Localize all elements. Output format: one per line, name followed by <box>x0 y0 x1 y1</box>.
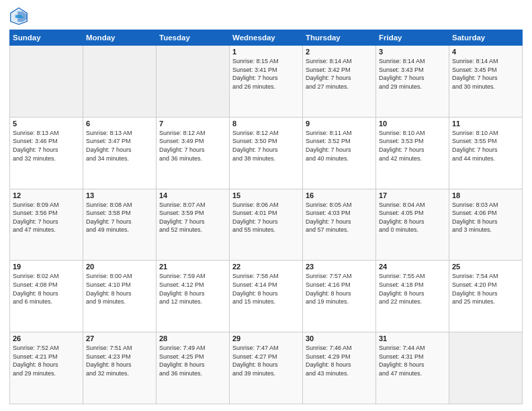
calendar-cell: 7Sunrise: 8:12 AM Sunset: 3:49 PM Daylig… <box>157 117 230 189</box>
day-number: 28 <box>159 334 226 342</box>
day-info: Sunrise: 7:52 AM Sunset: 4:21 PM Dayligh… <box>13 344 80 377</box>
day-info: Sunrise: 7:59 AM Sunset: 4:12 PM Dayligh… <box>159 272 226 306</box>
day-info: Sunrise: 8:13 AM Sunset: 3:47 PM Dayligh… <box>86 129 153 163</box>
day-number: 24 <box>379 263 446 271</box>
day-number: 5 <box>13 120 80 128</box>
day-info: Sunrise: 7:49 AM Sunset: 4:25 PM Dayligh… <box>159 344 226 377</box>
page: SundayMondayTuesdayWednesdayThursdayFrid… <box>0 0 532 411</box>
calendar-cell: 14Sunrise: 8:07 AM Sunset: 3:59 PM Dayli… <box>157 189 230 261</box>
day-info: Sunrise: 7:44 AM Sunset: 4:31 PM Dayligh… <box>379 344 446 377</box>
day-info: Sunrise: 7:57 AM Sunset: 4:16 PM Dayligh… <box>306 272 373 306</box>
day-number: 21 <box>159 263 226 271</box>
calendar-cell: 9Sunrise: 8:11 AM Sunset: 3:52 PM Daylig… <box>303 117 376 189</box>
day-info: Sunrise: 8:13 AM Sunset: 3:46 PM Dayligh… <box>13 129 80 163</box>
day-number: 6 <box>86 120 153 128</box>
day-number: 26 <box>13 334 80 342</box>
day-number: 19 <box>13 263 80 271</box>
calendar-cell: 5Sunrise: 8:13 AM Sunset: 3:46 PM Daylig… <box>10 117 83 189</box>
logo <box>9 7 31 26</box>
day-number: 29 <box>232 334 300 342</box>
day-number: 17 <box>379 191 446 199</box>
day-info: Sunrise: 7:54 AM Sunset: 4:20 PM Dayligh… <box>452 272 519 306</box>
day-info: Sunrise: 8:06 AM Sunset: 4:01 PM Dayligh… <box>232 201 300 234</box>
day-number: 4 <box>452 48 519 56</box>
calendar-week-row: 26Sunrise: 7:52 AM Sunset: 4:21 PM Dayli… <box>10 332 523 404</box>
day-number: 18 <box>452 191 519 199</box>
day-info: Sunrise: 8:00 AM Sunset: 4:10 PM Dayligh… <box>86 272 153 306</box>
calendar-cell: 4Sunrise: 8:14 AM Sunset: 3:45 PM Daylig… <box>449 46 523 118</box>
weekday-header-monday: Monday <box>83 30 157 46</box>
calendar-cell: 22Sunrise: 7:58 AM Sunset: 4:14 PM Dayli… <box>230 261 303 332</box>
day-number: 22 <box>232 263 300 271</box>
weekday-header-wednesday: Wednesday <box>230 30 303 46</box>
calendar-cell: 21Sunrise: 7:59 AM Sunset: 4:12 PM Dayli… <box>157 261 230 332</box>
day-info: Sunrise: 8:04 AM Sunset: 4:05 PM Dayligh… <box>379 201 446 234</box>
day-info: Sunrise: 7:58 AM Sunset: 4:14 PM Dayligh… <box>232 272 300 306</box>
day-info: Sunrise: 8:14 AM Sunset: 3:42 PM Dayligh… <box>306 57 373 91</box>
calendar-cell: 11Sunrise: 8:10 AM Sunset: 3:55 PM Dayli… <box>449 117 523 189</box>
day-info: Sunrise: 8:02 AM Sunset: 4:08 PM Dayligh… <box>13 272 80 306</box>
calendar-cell: 19Sunrise: 8:02 AM Sunset: 4:08 PM Dayli… <box>10 261 83 332</box>
calendar-cell: 31Sunrise: 7:44 AM Sunset: 4:31 PM Dayli… <box>376 332 449 404</box>
day-number: 31 <box>379 334 446 342</box>
day-number: 7 <box>159 120 226 128</box>
day-info: Sunrise: 8:10 AM Sunset: 3:53 PM Dayligh… <box>379 129 446 163</box>
calendar-cell: 23Sunrise: 7:57 AM Sunset: 4:16 PM Dayli… <box>303 261 376 332</box>
calendar-cell: 10Sunrise: 8:10 AM Sunset: 3:53 PM Dayli… <box>376 117 449 189</box>
calendar-cell: 18Sunrise: 8:03 AM Sunset: 4:06 PM Dayli… <box>449 189 523 261</box>
day-number: 1 <box>232 48 300 56</box>
calendar-cell <box>10 46 83 118</box>
weekday-header-tuesday: Tuesday <box>157 30 230 46</box>
calendar-cell: 13Sunrise: 8:08 AM Sunset: 3:58 PM Dayli… <box>83 189 157 261</box>
weekday-header-saturday: Saturday <box>449 30 523 46</box>
day-number: 9 <box>306 120 373 128</box>
day-info: Sunrise: 8:03 AM Sunset: 4:06 PM Dayligh… <box>452 201 519 234</box>
day-info: Sunrise: 8:12 AM Sunset: 3:50 PM Dayligh… <box>232 129 300 163</box>
calendar-week-row: 1Sunrise: 8:15 AM Sunset: 3:41 PM Daylig… <box>10 46 523 118</box>
day-number: 23 <box>306 263 373 271</box>
calendar-cell: 24Sunrise: 7:55 AM Sunset: 4:18 PM Dayli… <box>376 261 449 332</box>
calendar-cell <box>157 46 230 118</box>
calendar-week-row: 12Sunrise: 8:09 AM Sunset: 3:56 PM Dayli… <box>10 189 523 261</box>
day-info: Sunrise: 8:10 AM Sunset: 3:55 PM Dayligh… <box>452 129 519 163</box>
day-info: Sunrise: 7:51 AM Sunset: 4:23 PM Dayligh… <box>86 344 153 377</box>
day-info: Sunrise: 8:12 AM Sunset: 3:49 PM Dayligh… <box>159 129 226 163</box>
day-number: 10 <box>379 120 446 128</box>
header <box>9 7 523 26</box>
calendar-cell: 16Sunrise: 8:05 AM Sunset: 4:03 PM Dayli… <box>303 189 376 261</box>
day-info: Sunrise: 7:46 AM Sunset: 4:29 PM Dayligh… <box>306 344 373 377</box>
calendar-cell: 27Sunrise: 7:51 AM Sunset: 4:23 PM Dayli… <box>83 332 157 404</box>
day-number: 15 <box>232 191 300 199</box>
calendar-week-row: 5Sunrise: 8:13 AM Sunset: 3:46 PM Daylig… <box>10 117 523 189</box>
calendar-cell: 8Sunrise: 8:12 AM Sunset: 3:50 PM Daylig… <box>230 117 303 189</box>
day-info: Sunrise: 7:47 AM Sunset: 4:27 PM Dayligh… <box>232 344 300 377</box>
calendar-week-row: 19Sunrise: 8:02 AM Sunset: 4:08 PM Dayli… <box>10 261 523 332</box>
day-number: 12 <box>13 191 80 199</box>
calendar-cell: 25Sunrise: 7:54 AM Sunset: 4:20 PM Dayli… <box>449 261 523 332</box>
day-info: Sunrise: 8:08 AM Sunset: 3:58 PM Dayligh… <box>86 201 153 234</box>
calendar-cell <box>83 46 157 118</box>
calendar-cell: 3Sunrise: 8:14 AM Sunset: 3:43 PM Daylig… <box>376 46 449 118</box>
weekday-header-sunday: Sunday <box>10 30 83 46</box>
calendar-cell: 26Sunrise: 7:52 AM Sunset: 4:21 PM Dayli… <box>10 332 83 404</box>
calendar-cell <box>449 332 523 404</box>
day-info: Sunrise: 7:55 AM Sunset: 4:18 PM Dayligh… <box>379 272 446 306</box>
day-number: 27 <box>86 334 153 342</box>
day-info: Sunrise: 8:07 AM Sunset: 3:59 PM Dayligh… <box>159 201 226 234</box>
day-info: Sunrise: 8:14 AM Sunset: 3:45 PM Dayligh… <box>452 57 519 91</box>
weekday-header-friday: Friday <box>376 30 449 46</box>
day-info: Sunrise: 8:05 AM Sunset: 4:03 PM Dayligh… <box>306 201 373 234</box>
day-number: 16 <box>306 191 373 199</box>
logo-icon <box>9 7 28 26</box>
calendar-cell: 6Sunrise: 8:13 AM Sunset: 3:47 PM Daylig… <box>83 117 157 189</box>
day-info: Sunrise: 8:11 AM Sunset: 3:52 PM Dayligh… <box>306 129 373 163</box>
day-number: 3 <box>379 48 446 56</box>
day-info: Sunrise: 8:14 AM Sunset: 3:43 PM Dayligh… <box>379 57 446 91</box>
calendar-cell: 2Sunrise: 8:14 AM Sunset: 3:42 PM Daylig… <box>303 46 376 118</box>
calendar-cell: 29Sunrise: 7:47 AM Sunset: 4:27 PM Dayli… <box>230 332 303 404</box>
calendar-table: SundayMondayTuesdayWednesdayThursdayFrid… <box>9 30 523 404</box>
day-number: 30 <box>306 334 373 342</box>
day-number: 13 <box>86 191 153 199</box>
day-number: 14 <box>159 191 226 199</box>
weekday-header-row: SundayMondayTuesdayWednesdayThursdayFrid… <box>10 30 523 46</box>
